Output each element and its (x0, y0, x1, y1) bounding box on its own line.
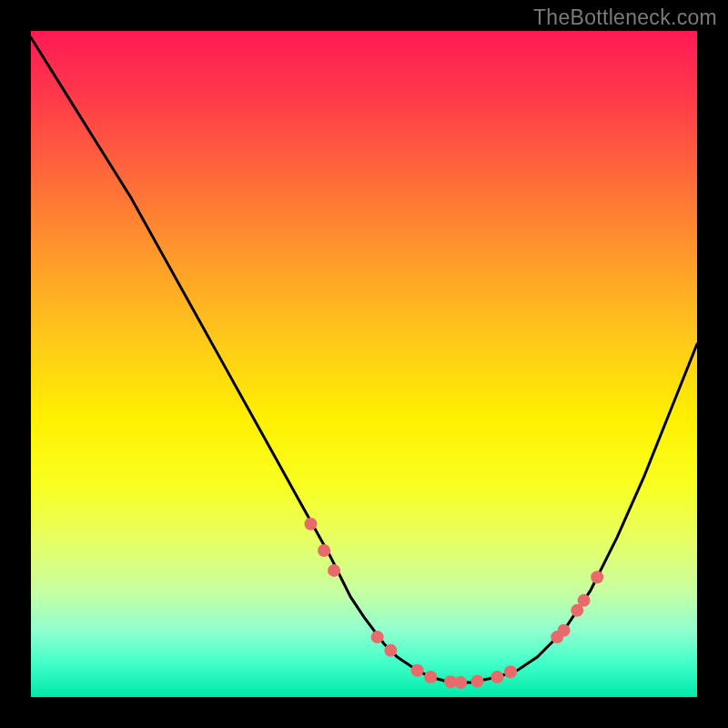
marker-dot (578, 594, 591, 607)
marker-dot (328, 564, 340, 577)
marker-dot (454, 676, 467, 689)
marker-dot (318, 544, 330, 557)
curve-line (31, 37, 697, 682)
marker-dot (504, 665, 517, 678)
marker-dot (424, 671, 437, 683)
marker-dot (384, 644, 397, 657)
marker-dot (470, 674, 483, 687)
marker-dot (371, 631, 384, 643)
marker-dot (411, 664, 424, 677)
chart-frame: TheBottleneck.com (0, 0, 728, 728)
marker-dot (591, 571, 603, 583)
marker-dot (490, 671, 503, 683)
marker-dot (304, 518, 317, 531)
marker-dot (558, 624, 571, 637)
chart-overlay (0, 0, 728, 728)
